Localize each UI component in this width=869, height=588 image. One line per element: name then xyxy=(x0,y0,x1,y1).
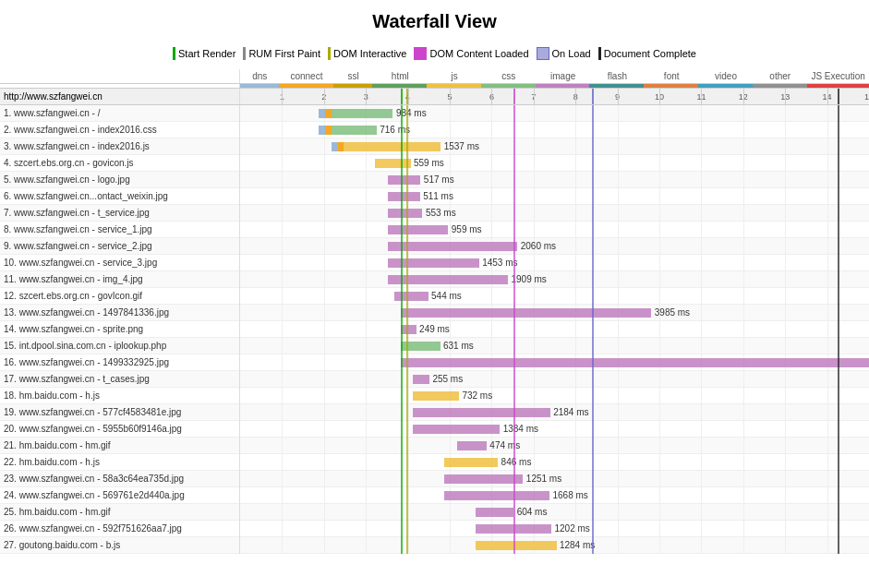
ms-label: 604 ms xyxy=(517,507,548,517)
type-ssl: ssl xyxy=(333,69,373,83)
html-color xyxy=(372,84,427,88)
vertical-line xyxy=(406,504,408,521)
other-color xyxy=(753,84,807,88)
vertical-line xyxy=(406,537,408,554)
vertical-line xyxy=(513,321,515,338)
row-name: 25. hm.baidu.com - hm.gif xyxy=(0,504,240,521)
table-row: 8. www.szfangwei.cn - service_1.jpg959 m… xyxy=(0,222,869,238)
font-color xyxy=(644,84,698,88)
vertical-line xyxy=(513,454,515,471)
request-bar xyxy=(332,109,393,118)
row-name: 1. www.szfangwei.cn - / xyxy=(0,105,240,122)
vertical-line xyxy=(406,487,408,504)
row-name: 14. www.szfangwei.cn - sprite.png xyxy=(0,321,240,338)
request-bar xyxy=(413,375,429,384)
table-row: 3. www.szfangwei.cn - index2016.js1537 m… xyxy=(0,138,869,155)
row-name: 8. www.szfangwei.cn - service_1.jpg xyxy=(0,222,240,238)
row-name: 21. hm.baidu.com - hm.gif xyxy=(0,438,240,454)
row-name: 18. hm.baidu.com - h.js xyxy=(0,388,240,404)
table-row: 4. szcert.ebs.org.cn - govicon.js559 ms xyxy=(0,155,869,172)
request-bar xyxy=(476,541,556,550)
vertical-line xyxy=(513,537,515,554)
vertical-line xyxy=(592,504,594,521)
vertical-line xyxy=(513,404,515,421)
request-bar xyxy=(344,142,441,151)
vertical-line xyxy=(513,288,515,305)
legend-rum-first-paint-label: RUM First Paint xyxy=(248,48,320,59)
vertical-line xyxy=(513,421,515,438)
vertical-line xyxy=(592,172,594,188)
vertical-line xyxy=(401,105,403,122)
vertical-line xyxy=(406,354,408,371)
rum-first-paint-marker xyxy=(243,47,246,60)
type-css: css xyxy=(481,69,536,83)
row-name: 20. www.szfangwei.cn - 5955b60f9146a.jpg xyxy=(0,421,240,438)
vertical-line xyxy=(592,338,594,354)
table-row: 5. www.szfangwei.cn - logo.jpg517 ms xyxy=(0,172,869,188)
vertical-line xyxy=(592,238,594,255)
row-chart: 2060 ms xyxy=(240,238,869,255)
vertical-line xyxy=(838,305,839,321)
row-chart: 732 ms xyxy=(240,388,869,404)
vertical-line xyxy=(401,537,403,554)
request-bar xyxy=(413,425,500,434)
row-chart: 255 ms xyxy=(240,371,869,388)
table-row: 27. goutong.baidu.com - b.js1284 ms xyxy=(0,537,869,554)
waterfall-container: dns connect ssl html js css image flash … xyxy=(0,69,869,554)
table-row: 9. www.szfangwei.cn - service_2.jpg2060 … xyxy=(0,238,869,255)
table-row: 23. www.szfangwei.cn - 58a3c64ea735d.jpg… xyxy=(0,471,869,487)
row-chart: 1537 ms xyxy=(240,138,869,155)
row-name: 26. www.szfangwei.cn - 592f751626aa7.jpg xyxy=(0,521,240,537)
table-row: 20. www.szfangwei.cn - 5955b60f9146a.jpg… xyxy=(0,421,869,438)
legend-dom-content-loaded: DOM Content Loaded xyxy=(414,47,528,60)
table-row: 15. int.dpool.sina.com.cn - iplookup.php… xyxy=(0,338,869,354)
vertical-line xyxy=(401,438,403,454)
ms-label: 544 ms xyxy=(431,291,462,301)
row-chart: 249 ms xyxy=(240,321,869,338)
type-image: image xyxy=(536,69,590,83)
row-chart: 1384 ms xyxy=(240,421,869,438)
row-name: 22. hm.baidu.com - h.js xyxy=(0,454,240,471)
table-row: 19. www.szfangwei.cn - 577cf4583481e.jpg… xyxy=(0,404,869,421)
vertical-line xyxy=(513,521,515,537)
request-bar xyxy=(401,308,652,318)
table-row: 16. www.szfangwei.cn - 1499332925.jpg845… xyxy=(0,354,869,371)
tick-10: 10 xyxy=(659,89,669,104)
tick-12: 12 xyxy=(743,89,753,104)
ssl-color xyxy=(333,84,372,88)
table-row: 18. hm.baidu.com - h.js732 ms xyxy=(0,388,869,404)
row-name: 16. www.szfangwei.cn - 1499332925.jpg xyxy=(0,354,240,371)
request-bar xyxy=(444,458,498,467)
vertical-line xyxy=(513,122,515,138)
legend: Start Render RUM First Paint DOM Interac… xyxy=(0,42,869,69)
vertical-line xyxy=(406,188,408,205)
request-bar xyxy=(476,508,513,517)
vertical-line xyxy=(838,521,839,537)
vertical-line xyxy=(838,371,839,388)
row-chart: 959 ms xyxy=(240,222,869,238)
vertical-line xyxy=(838,255,839,271)
vertical-line xyxy=(401,288,403,305)
js-color xyxy=(427,84,481,88)
row-chart: 1453 ms xyxy=(240,255,869,271)
dom-content-loaded-marker xyxy=(414,47,427,60)
vertical-line xyxy=(513,255,515,271)
vertical-line xyxy=(592,222,594,238)
vertical-line xyxy=(513,438,515,454)
row-chart: 631 ms xyxy=(240,338,869,354)
vertical-line xyxy=(592,521,594,537)
request-bar xyxy=(388,209,422,218)
rows-container: 1. www.szfangwei.cn - /984 ms2. www.szfa… xyxy=(0,105,869,554)
vertical-line xyxy=(838,238,839,255)
vertical-line xyxy=(838,487,839,504)
vertical-line xyxy=(513,155,515,172)
type-js: js xyxy=(428,69,482,83)
ms-label: 2060 ms xyxy=(521,241,556,251)
vertical-line xyxy=(406,222,408,238)
table-row: 10. www.szfangwei.cn - service_3.jpg1453… xyxy=(0,255,869,271)
vertical-line xyxy=(513,471,515,487)
row-name: 2. www.szfangwei.cn - index2016.css xyxy=(0,122,240,138)
vertical-line xyxy=(406,338,408,354)
vertical-line xyxy=(592,138,594,155)
row-chart: 517 ms xyxy=(240,172,869,188)
